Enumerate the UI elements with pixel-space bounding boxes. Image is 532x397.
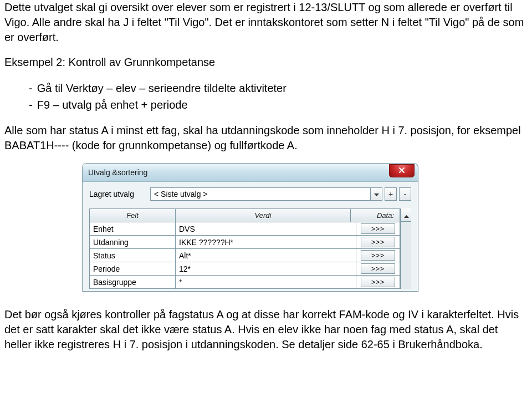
cell-verdi: 12*	[176, 262, 356, 275]
header-felt: Felt	[90, 209, 176, 222]
table-row[interactable]: Basisgruppe * >>>	[90, 276, 400, 288]
bullet-text: F9 – utvalg på enhet + periode	[37, 96, 188, 113]
dialog-title: Utvalg &sortering	[88, 168, 147, 177]
cell-felt: Periode	[90, 262, 176, 275]
selection-dialog: Utvalg &sortering Lagret utvalg < Siste …	[82, 163, 418, 292]
table-row[interactable]: Enhet DVS >>>	[90, 222, 400, 236]
data-button[interactable]: >>>	[361, 250, 395, 261]
table-row[interactable]: Utdanning IKKE ??????H* >>>	[90, 236, 400, 249]
combo-dropdown-button[interactable]	[370, 187, 382, 201]
dash-icon: -	[29, 96, 33, 113]
bullet-item: - Gå til Verktøy – elev – serieendre til…	[29, 80, 528, 96]
close-button[interactable]	[389, 164, 415, 177]
criteria-grid: Felt Verdi Data: Enhet DVS >>> Utdanning	[89, 208, 401, 289]
data-button[interactable]: >>>	[361, 277, 395, 287]
paragraph-footer: Det bør også kjøres kontroller på fagsta…	[4, 307, 528, 352]
cell-felt: Basisgruppe	[90, 276, 176, 288]
data-button[interactable]: >>>	[361, 237, 395, 247]
cell-felt: Enhet	[90, 222, 176, 235]
cell-verdi: IKKE ??????H*	[176, 236, 356, 248]
dialog-titlebar[interactable]: Utvalg &sortering	[83, 164, 418, 182]
data-button[interactable]: >>>	[361, 223, 395, 234]
remove-selection-button[interactable]: -	[399, 187, 411, 201]
saved-selection-combo[interactable]: < Siste utvalg >	[150, 187, 370, 201]
paragraph-intro: Dette utvalget skal gi oversikt over ele…	[4, 0, 528, 45]
cell-verdi: Alt*	[176, 249, 356, 262]
add-selection-button[interactable]: +	[385, 187, 397, 201]
grid-header: Felt Verdi Data:	[90, 209, 400, 222]
example-2-heading: Eksempel 2: Kontroll av Grunnkompetanse	[4, 55, 528, 70]
cell-felt: Status	[90, 249, 176, 262]
bullet-list: - Gå til Verktøy – elev – serieendre til…	[29, 80, 528, 113]
header-verdi: Verdi	[176, 209, 351, 222]
saved-selection-label: Lagret utvalg	[89, 190, 150, 198]
bullet-text: Gå til Verktøy – elev – serieendre tilde…	[37, 80, 287, 96]
chevron-down-icon	[374, 189, 379, 199]
scroll-up-button[interactable]	[401, 208, 411, 222]
combo-value: < Siste utvalg >	[154, 190, 208, 198]
scroll-track[interactable]	[401, 222, 411, 289]
cell-felt: Utdanning	[90, 236, 176, 248]
table-row[interactable]: Periode 12* >>>	[90, 262, 400, 276]
chevron-up-icon	[404, 210, 409, 220]
close-icon	[398, 166, 405, 176]
paragraph-rule: Alle som har status A i minst ett fag, s…	[4, 123, 528, 153]
cell-verdi: *	[176, 276, 356, 288]
dash-icon: -	[29, 80, 33, 96]
table-row[interactable]: Status Alt* >>>	[90, 249, 400, 262]
cell-verdi: DVS	[176, 222, 356, 235]
bullet-item: - F9 – utvalg på enhet + periode	[29, 96, 528, 113]
grid-scrollbar[interactable]	[401, 208, 411, 289]
header-data: Data:	[351, 209, 400, 222]
data-button[interactable]: >>>	[361, 263, 395, 274]
